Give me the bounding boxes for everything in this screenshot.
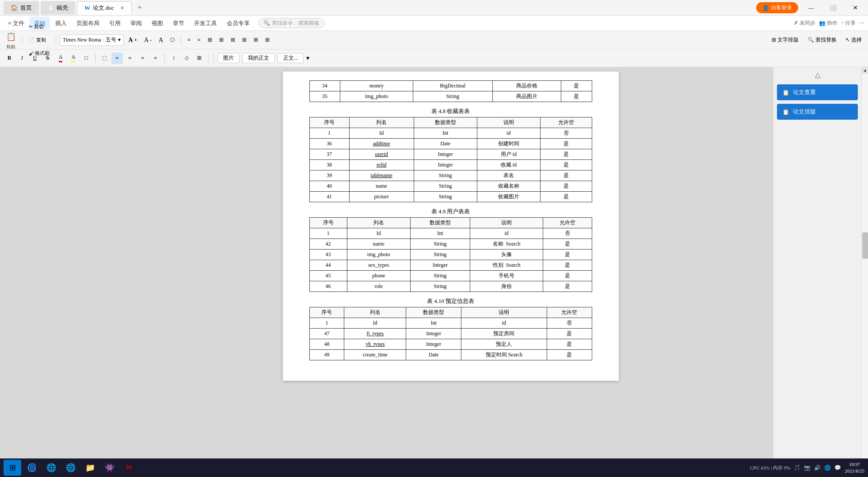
app-game[interactable]: 👾 <box>101 460 118 476</box>
font-size-increase-button[interactable]: A+ <box>126 34 140 46</box>
indent-button-3[interactable]: ⊞ <box>228 34 238 46</box>
find-replace-button[interactable]: 🔍 查找替换 <box>805 34 839 46</box>
indent-button-6[interactable]: ⊞ <box>263 34 272 46</box>
list-button-1[interactable]: ≡ <box>185 34 193 46</box>
col-header-desc: 说明 <box>477 117 540 128</box>
title-bar: 🏠 首页 📄 稿壳 W 论文.doc ✕ + 👤 访客登录 — ⬜ ✕ <box>0 0 868 16</box>
scroll-thumb[interactable] <box>862 232 868 259</box>
paste-button[interactable]: 📋 <box>4 30 19 43</box>
fmt-separator-3 <box>208 54 209 63</box>
font-color-button[interactable]: A <box>55 53 66 64</box>
search-box[interactable]: 🔍 查找命令、搜索模板 <box>259 18 324 28</box>
align-more-button[interactable]: ≡ <box>150 53 161 64</box>
highlight-icon: A <box>72 54 76 62</box>
table-row: 44sex_typesInteger性别 Search是 <box>309 260 592 271</box>
col-header-desc: 说明 <box>461 307 547 318</box>
fmt-separator-2 <box>164 54 165 63</box>
col-header-name: 列名 <box>349 117 414 128</box>
taskbar-icon-1[interactable]: 🎵 <box>794 465 800 471</box>
minimize-button[interactable]: — <box>802 0 820 16</box>
italic-button[interactable]: I <box>16 53 28 64</box>
style-mytext[interactable]: 我的正文 <box>242 53 275 63</box>
maximize-button[interactable]: ⬜ <box>824 0 842 16</box>
align-left-button[interactable]: ⬚ <box>99 53 110 64</box>
app-explorer[interactable]: 📁 <box>81 460 99 476</box>
menu-devtools[interactable]: 开发工具 <box>190 17 221 30</box>
taskbar-icon-5[interactable]: 💬 <box>834 465 841 471</box>
justify-button[interactable]: ≡ <box>137 53 148 64</box>
cpu-info: CPU 43% | 内存 9% <box>750 465 790 471</box>
style-image[interactable]: 图片 <box>217 53 240 63</box>
line-height-button[interactable]: ↕ <box>168 53 179 64</box>
menu-layout[interactable]: 页面布局 <box>72 17 104 30</box>
tab-close-icon[interactable]: ✕ <box>120 5 124 11</box>
paper-format-button[interactable]: 📋 论文排版 <box>777 104 858 120</box>
more-options[interactable]: ⋯ <box>859 20 864 26</box>
taskbar-clock[interactable]: 18:97 2021/8/25 <box>845 461 864 475</box>
table-header-row: 序号 列名 数据类型 说明 允许空 <box>309 117 592 128</box>
menu-vip[interactable]: 会员专享 <box>222 17 254 30</box>
font-size-decrease-button[interactable]: A- <box>141 34 154 46</box>
border-button[interactable]: ⊞ <box>194 53 205 64</box>
textbox-button[interactable]: □ <box>80 53 92 64</box>
text-dir-label: 文字排版 <box>777 36 799 44</box>
app-wps[interactable]: W <box>120 460 138 476</box>
font-size-value: 五号 <box>106 36 116 44</box>
vertical-scrollbar[interactable]: ▲ ▼ <box>861 67 868 477</box>
font-format-button[interactable]: A <box>156 34 166 46</box>
style-text[interactable]: 正文... <box>278 53 304 63</box>
taskbar-icon-3[interactable]: 🔊 <box>814 465 821 471</box>
indent-button-1[interactable]: ⊞ <box>205 34 215 46</box>
underline-button[interactable]: U <box>29 53 41 64</box>
col-header-type: 数据类型 <box>406 307 461 318</box>
shading-button[interactable]: ◇ <box>181 53 192 64</box>
bold-button[interactable]: B <box>4 53 15 64</box>
start-icon: ⊞ <box>9 463 16 473</box>
indent-button-4[interactable]: ⊞ <box>240 34 249 46</box>
menu-reference[interactable]: 引用 <box>105 17 125 30</box>
cell-type: BigDecimal <box>413 81 492 91</box>
panel-up-button[interactable]: △ <box>815 71 820 79</box>
taskbar-icon-2[interactable]: 📷 <box>804 465 811 471</box>
app-cortana[interactable]: 🌀 <box>23 460 41 476</box>
cut-button[interactable]: ✂ 剪切 <box>26 21 52 33</box>
indent-button-5[interactable]: ⊞ <box>251 34 261 46</box>
start-button[interactable]: ⊞ <box>4 460 21 476</box>
list-button-2[interactable]: ≡ <box>195 34 203 46</box>
scroll-up-arrow[interactable]: ▲ <box>862 67 868 74</box>
app-browser-1[interactable]: 🌐 <box>42 460 60 476</box>
select-button[interactable]: ↖ 选择 <box>843 34 864 46</box>
tab-doc[interactable]: W 论文.doc ✕ <box>77 1 132 15</box>
add-tab-button[interactable]: + <box>133 2 146 14</box>
align-right-button[interactable]: ≡ <box>124 53 136 64</box>
col-header-nullable: 允许空 <box>547 307 592 318</box>
table-header-row: 序号 列名 数据类型 说明 允许空 <box>309 218 592 228</box>
tab-home-label: 首页 <box>20 4 32 12</box>
app-browser-2[interactable]: 🌐 <box>62 460 80 476</box>
scroll-track[interactable] <box>862 74 868 470</box>
table-row: 49create_timeDate预定时间 Search是 <box>309 350 592 360</box>
text-direction-button[interactable]: ⊞ 文字排版 <box>769 34 801 46</box>
col-header-seq: 序号 <box>309 218 347 228</box>
special-format-button[interactable]: ⬡ <box>168 34 177 46</box>
tab-home[interactable]: 🏠 首页 <box>4 1 39 15</box>
highlight-button[interactable]: A <box>68 53 79 64</box>
tab-draft[interactable]: 📄 稿壳 <box>41 1 75 15</box>
menu-chapter[interactable]: 章节 <box>168 17 189 30</box>
chevron-down-icon: ▾ <box>118 37 121 43</box>
col-header-desc: 说明 <box>470 218 543 228</box>
paper-check-button[interactable]: 📋 论文查重 <box>777 84 858 100</box>
strikethrough-button[interactable]: S̶ <box>42 53 53 64</box>
font-name-selector[interactable]: Times New Roma | 五号 ▾ <box>60 34 124 46</box>
menu-insert[interactable]: 插入 <box>51 17 71 30</box>
menu-view[interactable]: 视图 <box>147 17 168 30</box>
indent-button-2[interactable]: ⊞ <box>217 34 226 46</box>
taskbar-icon-4[interactable]: 🌐 <box>824 465 831 471</box>
menu-file[interactable]: ≡ 文件 <box>4 17 29 30</box>
menu-review[interactable]: 审阅 <box>126 17 146 30</box>
style-chevron[interactable]: ▾ <box>306 54 309 62</box>
align-center-button[interactable]: ≡ <box>111 53 123 64</box>
copy-button[interactable]: 📄 复制 <box>26 34 52 46</box>
visit-login-button[interactable]: 👤 访客登录 <box>756 2 798 13</box>
close-button[interactable]: ✕ <box>846 0 864 16</box>
